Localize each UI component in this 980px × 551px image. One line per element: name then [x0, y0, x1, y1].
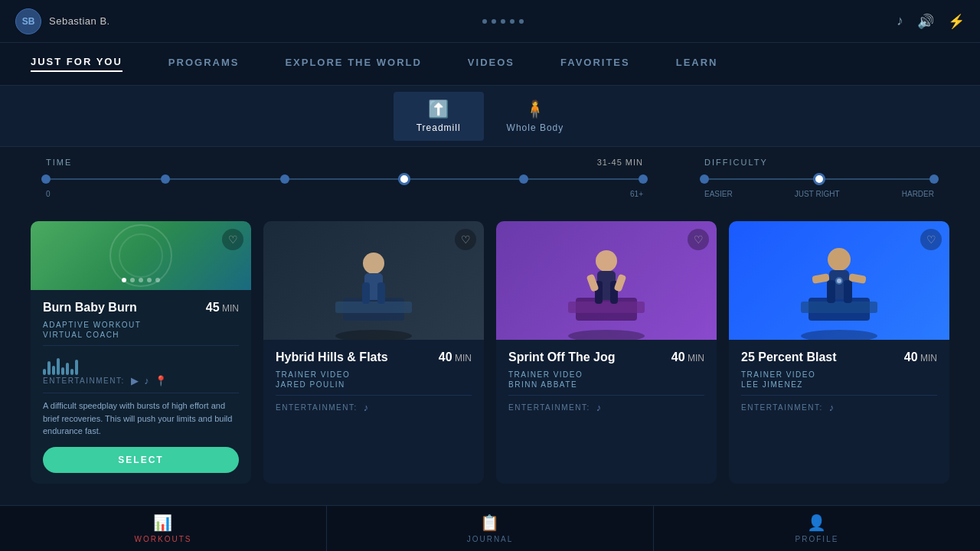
blast-duration: 40 MIN: [904, 350, 937, 364]
blast-type: TRAINER VIDEO: [741, 370, 937, 379]
avatar: SB: [15, 8, 41, 34]
blast-card-body: 25 Percent Blast 40 MIN TRAINER VIDEO LE…: [729, 340, 949, 484]
time-dot-4: [519, 174, 528, 184]
sub-nav-treadmill[interactable]: ⬆️ Treadmill: [394, 92, 484, 141]
whole-body-icon: 🧍: [524, 99, 546, 119]
card-burn-baby-burn: ♡ Burn Baby Burn 45 MIN ADAPTIVE WORKOUT…: [31, 221, 251, 484]
svg-point-5: [363, 253, 384, 274]
time-filter-value: 31-45 MIN: [597, 158, 643, 167]
difficulty-slider[interactable]: [704, 171, 934, 187]
burn-dot-4: [147, 278, 152, 282]
svg-point-2: [335, 330, 412, 340]
burn-description: A difficult speedplay with bursts of hig…: [43, 399, 239, 438]
bottom-nav: 📊 WORKOUTS 📋 JOURNAL 👤 PROFILE: [0, 505, 980, 551]
burn-entertainment-label: ENTERTAINMENT:: [43, 377, 125, 385]
user-info: SB Sebastian B.: [15, 8, 110, 34]
blast-music-icon: ♪: [829, 402, 835, 413]
burn-heart-button[interactable]: ♡: [222, 229, 243, 250]
sprint-card-body: Sprint Off The Jog 40 MIN TRAINER VIDEO …: [496, 340, 717, 484]
burn-ent-icons: ▶ ♪ 📍: [131, 375, 168, 386]
difficulty-harder-label: HARDER: [902, 190, 934, 198]
burn-divider1: [43, 345, 239, 346]
sub-nav-whole-body-label: Whole Body: [507, 122, 564, 133]
nav-item-learn[interactable]: LEARN: [676, 57, 718, 71]
nav-item-explore[interactable]: EXPLORE THE WORLD: [285, 57, 421, 71]
burn-dot-2: [130, 278, 135, 282]
top-dots: [482, 19, 524, 24]
card-blast: ♡ 25 Percent Blast 40 MIN TRAINER VIDEO …: [729, 221, 949, 484]
card-sprint-bg: [496, 221, 717, 340]
sub-nav-whole-body[interactable]: 🧍 Whole Body: [484, 92, 587, 141]
top-dot: [519, 19, 524, 24]
blast-trainer-name: LEE JIMENEZ: [741, 380, 937, 389]
card-hybrid-image: ♡: [263, 221, 484, 340]
bottom-nav-workouts[interactable]: 📊 WORKOUTS: [0, 506, 326, 551]
sprint-heart-button[interactable]: ♡: [688, 229, 709, 250]
nav-item-just-for-you[interactable]: JUST FOR YOU: [31, 56, 122, 72]
hybrid-title: Hybrid Hills & Flats: [276, 350, 388, 364]
sprint-title: Sprint Off The Jog: [508, 350, 616, 364]
cards-section: ♡ Burn Baby Burn 45 MIN ADAPTIVE WORKOUT…: [0, 209, 980, 496]
wave-bar: [57, 358, 60, 375]
difficulty-dot-harder: [929, 174, 939, 184]
nav-item-videos[interactable]: VIDEOS: [468, 57, 514, 71]
svg-rect-20: [801, 302, 877, 313]
burn-duration: 45 MIN: [206, 301, 239, 315]
sprint-type: TRAINER VIDEO: [508, 370, 704, 379]
wave-bar: [70, 369, 74, 375]
profile-icon: 👤: [807, 514, 828, 532]
time-filter-label: TIME: [46, 158, 72, 167]
bottom-nav-profile[interactable]: 👤 PROFILE: [653, 506, 980, 551]
time-dot-2: [280, 174, 289, 184]
time-dot-1: [161, 174, 170, 184]
burn-divider2: [43, 393, 239, 393]
sprint-divider: [508, 395, 704, 396]
svg-point-12: [596, 250, 617, 272]
time-max-label: 61+: [630, 190, 643, 198]
sub-nav-treadmill-label: Treadmill: [416, 122, 461, 133]
nav-item-favorites[interactable]: FAVORITES: [560, 57, 630, 71]
svg-rect-23: [827, 280, 835, 303]
blast-divider: [741, 395, 937, 396]
top-dot: [510, 19, 514, 24]
time-dot-5: [639, 174, 648, 184]
hybrid-duration: 40 MIN: [439, 350, 472, 364]
hybrid-type: TRAINER VIDEO: [276, 370, 472, 379]
blast-entertainment: ENTERTAINMENT: ♪: [741, 402, 937, 413]
hybrid-heart-button[interactable]: ♡: [455, 229, 476, 250]
burn-waveform: [43, 352, 239, 375]
time-slider[interactable]: [46, 171, 643, 187]
sprint-entertainment-label: ENTERTAINMENT:: [508, 403, 590, 412]
blast-heart-button[interactable]: ♡: [920, 229, 942, 250]
hybrid-trainer: [297, 221, 450, 340]
location-icon: 📍: [155, 375, 168, 386]
play-icon: ▶: [131, 375, 140, 386]
nav-item-programs[interactable]: PROGRAMS: [168, 57, 240, 71]
card-sprint-image: ♡: [496, 221, 717, 340]
top-dot: [501, 19, 505, 24]
hybrid-divider: [276, 395, 472, 396]
burn-dot-3: [139, 278, 143, 282]
journal-icon: 📋: [480, 514, 501, 532]
top-bar: SB Sebastian B. ♪ 🔊 ⚡: [0, 0, 980, 43]
music-icon[interactable]: ♪: [897, 13, 903, 29]
svg-rect-8: [377, 282, 385, 304]
blast-trainer: [763, 221, 916, 340]
burn-dot-1: [122, 278, 126, 282]
burn-card-body: Burn Baby Burn 45 MIN ADAPTIVE WORKOUT V…: [31, 290, 251, 484]
burn-dot-5: [155, 278, 160, 282]
bottom-nav-journal[interactable]: 📋 JOURNAL: [326, 506, 653, 551]
svg-rect-4: [335, 302, 412, 313]
sprint-music-icon: ♪: [596, 402, 603, 413]
journal-label: JOURNAL: [467, 535, 514, 543]
hybrid-music-icon: ♪: [364, 402, 370, 413]
bluetooth-icon[interactable]: ⚡: [948, 13, 965, 30]
time-dot-0: [41, 174, 51, 184]
burn-entertainment: ENTERTAINMENT: ▶ ♪ 📍: [43, 375, 239, 386]
volume-icon[interactable]: 🔊: [917, 13, 934, 30]
card-burn-image: ♡: [31, 221, 251, 290]
difficulty-filter-label: DIFFICULTY: [704, 158, 768, 167]
burn-select-button[interactable]: SELECT: [43, 447, 239, 473]
profile-label: PROFILE: [795, 535, 839, 543]
sprint-entertainment: ENTERTAINMENT: ♪: [508, 402, 704, 413]
